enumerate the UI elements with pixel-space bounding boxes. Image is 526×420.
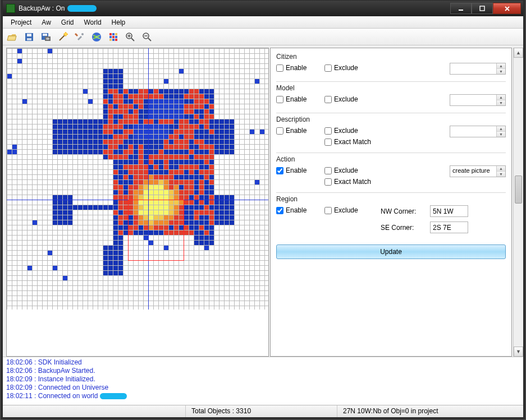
svg-rect-6 <box>43 34 47 36</box>
nw-corner-label: NW Corner: <box>381 207 426 215</box>
description-input[interactable]: ▲▼ <box>450 126 506 137</box>
menubar: Project Aw Grid World Help <box>3 16 523 29</box>
log-panel: 18:02:06 : SDK Initialized 18:02:06 : Ba… <box>3 357 523 405</box>
svg-rect-16 <box>112 36 115 38</box>
region-heading: Region <box>276 195 506 203</box>
spin-up-icon[interactable]: ▲ <box>497 126 505 132</box>
action-enable[interactable]: Enable <box>276 167 324 174</box>
spin-down-icon[interactable]: ▼ <box>497 132 505 137</box>
maximize-button[interactable] <box>472 3 493 14</box>
menu-aw[interactable]: Aw <box>37 17 55 27</box>
titlebar[interactable]: BackupAw : On <box>3 1 523 16</box>
scrollbar-vertical[interactable]: ▲ ▼ <box>513 48 523 357</box>
save-icon[interactable] <box>22 30 36 44</box>
grid-color-icon[interactable] <box>106 30 121 44</box>
svg-rect-12 <box>109 33 112 35</box>
status-spacer <box>3 405 186 417</box>
nw-corner-input[interactable] <box>430 205 468 217</box>
se-corner-input[interactable] <box>430 221 468 233</box>
toolbar <box>3 29 523 45</box>
svg-rect-13 <box>112 33 115 35</box>
description-heading: Description <box>276 116 506 123</box>
citizen-input[interactable]: ▲▼ <box>450 63 506 75</box>
minimize-button[interactable] <box>450 3 472 14</box>
save-disk-icon[interactable] <box>39 30 53 44</box>
svg-point-10 <box>81 33 84 35</box>
region-enable[interactable]: Enable <box>276 206 324 214</box>
svg-rect-4 <box>27 38 31 40</box>
model-exclude[interactable]: Exclude <box>324 95 381 103</box>
log-line: 18:02:09 : Connected on Universe <box>6 384 520 392</box>
status-coords: 27N 10W:Nb of Obj=0 in project <box>337 405 523 417</box>
spin-up-icon[interactable]: ▲ <box>497 95 505 100</box>
citizen-exclude[interactable]: Exclude <box>324 64 381 72</box>
group-action: Action Enable Exclude Exact Match create… <box>276 153 506 192</box>
model-input[interactable]: ▲▼ <box>450 94 506 106</box>
log-line: 18:02:09 : Instance Initialized. <box>6 375 520 384</box>
svg-rect-18 <box>109 39 112 41</box>
filter-panel: Citizen Enable Exclude ▲▼ <box>270 48 512 357</box>
log-line: 18:02:11 : Connected on world <box>6 392 520 400</box>
action-heading: Action <box>276 155 506 163</box>
statusbar: Total Objects : 3310 27N 10W:Nb of Obj=0… <box>3 405 523 417</box>
svg-rect-17 <box>115 36 117 38</box>
zoom-out-icon[interactable] <box>140 30 154 44</box>
spin-up-icon[interactable]: ▲ <box>497 166 505 172</box>
group-description: Description Enable Exclude Exact Match ▲… <box>276 113 506 153</box>
menu-grid[interactable]: Grid <box>57 17 79 27</box>
scroll-thumb[interactable] <box>515 176 522 204</box>
spin-up-icon[interactable]: ▲ <box>497 63 505 69</box>
log-line: 18:02:06 : SDK Initialized <box>6 358 520 367</box>
wand-icon[interactable] <box>56 30 70 44</box>
window-title: BackupAw : On <box>19 4 447 12</box>
se-corner-label: SE Corner: <box>381 224 426 232</box>
spin-down-icon[interactable]: ▼ <box>497 100 505 105</box>
action-input[interactable]: create picture ▲▼ <box>450 165 506 177</box>
model-enable[interactable]: Enable <box>276 95 324 103</box>
open-icon[interactable] <box>5 30 20 44</box>
group-region: Region Enable Exclude NW Corner: SE Corn… <box>276 192 506 240</box>
menu-project[interactable]: Project <box>6 17 36 27</box>
group-model: Model Enable Exclude ▲▼ <box>276 81 506 113</box>
menu-help[interactable]: Help <box>107 17 130 27</box>
scroll-up-icon[interactable]: ▲ <box>514 48 523 58</box>
action-exclude[interactable]: Exclude <box>324 167 381 174</box>
zoom-in-icon[interactable] <box>123 30 138 44</box>
scroll-down-icon[interactable]: ▼ <box>514 347 523 357</box>
svg-rect-0 <box>459 10 463 11</box>
grid-viewport[interactable] <box>6 48 269 357</box>
update-button[interactable]: Update <box>276 244 506 259</box>
svg-point-8 <box>46 38 49 40</box>
region-exclude[interactable]: Exclude <box>324 206 381 214</box>
group-citizen: Citizen Enable Exclude ▲▼ <box>276 50 506 81</box>
spin-down-icon[interactable]: ▼ <box>497 69 505 74</box>
redacted-world-name <box>100 393 127 399</box>
scroll-track[interactable] <box>514 58 523 347</box>
redacted-world-name <box>67 5 97 12</box>
tools-icon[interactable] <box>72 30 87 44</box>
app-window: BackupAw : On Project Aw Grid World Help <box>2 0 524 418</box>
svg-rect-3 <box>27 34 31 36</box>
description-enable[interactable]: Enable <box>276 127 324 135</box>
svg-rect-1 <box>480 6 484 11</box>
spin-down-icon[interactable]: ▼ <box>497 172 505 177</box>
svg-rect-20 <box>115 39 117 41</box>
action-exact[interactable]: Exact Match <box>324 178 381 186</box>
citizen-enable[interactable]: Enable <box>276 64 324 72</box>
svg-rect-19 <box>112 39 115 41</box>
close-button[interactable] <box>493 3 521 14</box>
globe-icon[interactable] <box>89 30 104 44</box>
svg-rect-15 <box>109 36 112 38</box>
log-line: 18:02:06 : BackupAw Started. <box>6 367 520 375</box>
citizen-heading: Citizen <box>276 53 506 61</box>
description-exclude[interactable]: Exclude <box>324 127 381 135</box>
app-icon <box>6 4 15 13</box>
menu-world[interactable]: World <box>79 17 106 27</box>
svg-rect-14 <box>115 33 117 35</box>
model-heading: Model <box>276 84 506 92</box>
description-exact[interactable]: Exact Match <box>324 138 381 146</box>
status-objects: Total Objects : 3310 <box>186 405 337 417</box>
